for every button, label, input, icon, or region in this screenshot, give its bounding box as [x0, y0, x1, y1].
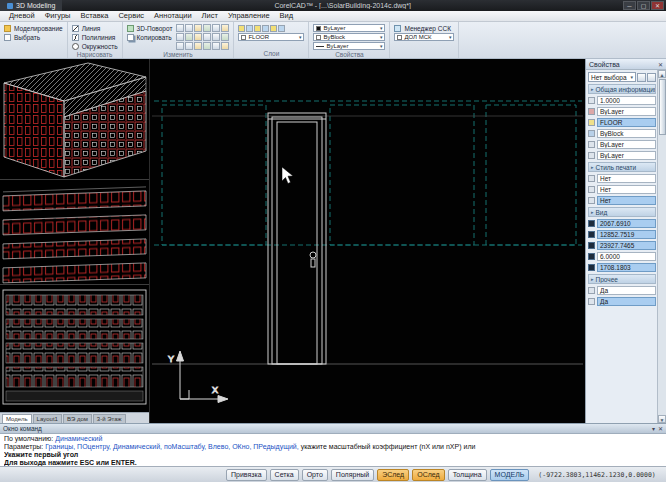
viewport-elevation[interactable] — [0, 285, 149, 412]
layer-state-icon[interactable] — [254, 25, 261, 32]
menu-item-6[interactable]: Управление — [223, 11, 275, 21]
property-value[interactable]: ByLayer — [597, 151, 656, 160]
lineweight-combo[interactable]: ByLayer — [313, 42, 385, 50]
modify-tool-icon[interactable] — [203, 42, 211, 50]
ortho-toggle[interactable]: Орто — [302, 469, 328, 481]
property-value[interactable]: 12852.7519 — [597, 230, 656, 239]
main-canvas[interactable]: Y X — [150, 59, 585, 423]
layer-state-icon[interactable] — [278, 25, 285, 32]
layer-state-icon[interactable] — [262, 25, 269, 32]
maximize-button[interactable]: ▢ — [637, 1, 650, 10]
command-window-header[interactable]: Окно команд ▾ ✕ — [0, 424, 666, 434]
property-row[interactable]: FLOOR — [588, 117, 656, 127]
snap-toggle[interactable]: Привязка — [226, 469, 267, 481]
color-combo[interactable]: ByLayer — [313, 24, 385, 32]
rotate3d-button[interactable]: 3D-Поворот — [127, 24, 173, 32]
property-row[interactable]: Да — [588, 296, 656, 306]
close-button[interactable]: ✕ — [651, 1, 664, 10]
property-value[interactable]: 2067.6910 — [597, 219, 656, 228]
menu-item-2[interactable]: Вставка — [76, 11, 114, 21]
grid-toggle[interactable]: Сетка — [270, 469, 299, 481]
command-options-links[interactable]: Границы, ПОцентру, Динамический, поМасшт… — [45, 443, 298, 450]
menu-item-4[interactable]: Аннотации — [149, 11, 197, 21]
modify-tool-icon[interactable] — [176, 33, 184, 41]
property-row[interactable]: ByBlock — [588, 128, 656, 138]
quick-select-icon[interactable] — [637, 73, 646, 82]
command-history[interactable]: По умолчанию: Динамический Параметры: Гр… — [0, 434, 666, 466]
group-label-properties[interactable]: Свойства — [313, 50, 385, 59]
modify-tool-icon[interactable] — [185, 42, 193, 50]
scroll-thumb[interactable] — [659, 79, 666, 135]
properties-header[interactable]: Свойства ✕ — [586, 59, 666, 70]
tab-ve-dom[interactable]: ВЭ дом — [63, 414, 92, 423]
modify-tool-icon[interactable] — [212, 24, 220, 32]
scroll-up-icon[interactable] — [658, 70, 666, 78]
layer-state-icon[interactable] — [238, 25, 245, 32]
modify-tool-icon[interactable] — [221, 33, 229, 41]
modify-tool-icon[interactable] — [194, 24, 202, 32]
property-row[interactable]: 23927.7465 — [588, 240, 656, 250]
layer-state-icon[interactable] — [270, 25, 277, 32]
property-value[interactable]: 1708.1803 — [597, 263, 656, 272]
polar-toggle[interactable]: Полярный — [331, 469, 374, 481]
workspace-tab[interactable]: 3D Modeling — [0, 0, 62, 11]
section-header-view[interactable]: Вид — [588, 207, 656, 217]
properties-scrollbar[interactable] — [657, 70, 666, 423]
otrack-toggle[interactable]: ОСлед — [412, 469, 444, 481]
group-label-layers[interactable]: Слои — [238, 49, 304, 58]
property-row[interactable]: Нет — [588, 195, 656, 205]
modify-tool-icon[interactable] — [212, 33, 220, 41]
modify-tool-icon[interactable] — [176, 42, 184, 50]
modeling-button[interactable]: Моделирование — [4, 24, 63, 32]
modify-tool-icon[interactable] — [194, 33, 202, 41]
menu-item-0[interactable]: Дневой — [4, 11, 40, 21]
property-value[interactable]: Да — [597, 297, 656, 306]
property-row[interactable]: 2067.6910 — [588, 218, 656, 228]
minimize-button[interactable]: ─ — [623, 1, 636, 10]
property-value[interactable]: Нет — [597, 185, 656, 194]
property-row[interactable]: 1708.1803 — [588, 262, 656, 272]
selection-combo[interactable]: Нет выбора — [588, 72, 636, 82]
property-row[interactable]: ByLayer — [588, 139, 656, 149]
property-row[interactable]: Нет — [588, 184, 656, 194]
section-header-general[interactable]: Общая информация — [588, 84, 656, 94]
property-value[interactable]: Нет — [597, 174, 656, 183]
group-label-draw[interactable]: Нарисовать — [72, 50, 118, 59]
tab-layout1[interactable]: Layout1 — [33, 414, 62, 423]
property-row[interactable]: ByLayer — [588, 106, 656, 116]
etrack-toggle[interactable]: ЭСлед — [377, 469, 409, 481]
tab-model[interactable]: Модель — [2, 414, 32, 423]
scroll-down-icon[interactable] — [658, 415, 666, 423]
command-collapse-icon[interactable]: ▾ — [652, 425, 655, 432]
modify-tool-icon[interactable] — [212, 42, 220, 50]
group-label-modify[interactable]: Изменить — [127, 50, 230, 59]
menu-item-5[interactable]: Лист — [197, 11, 223, 21]
property-value[interactable]: Да — [597, 286, 656, 295]
property-value[interactable]: ByBlock — [597, 129, 656, 138]
property-value[interactable]: ByLayer — [597, 107, 656, 116]
ucs-combo[interactable]: ДОЛ МСК — [394, 33, 454, 41]
menu-item-3[interactable]: Сервис — [113, 11, 149, 21]
tab-3rd-floor[interactable]: 3-й Этаж — [93, 414, 126, 423]
modify-tool-icon[interactable] — [203, 24, 211, 32]
circle-button[interactable]: Окружность — [72, 42, 118, 50]
viewport-axonometric[interactable] — [0, 59, 149, 180]
copy-button[interactable]: Копировать — [127, 33, 173, 41]
linetype-combo[interactable]: ByBlock — [313, 33, 385, 41]
property-row[interactable]: Да — [588, 285, 656, 295]
viewport-perspective[interactable] — [0, 180, 149, 285]
property-value[interactable]: 1.0000 — [597, 96, 656, 105]
palette-close-icon[interactable]: ✕ — [658, 61, 663, 68]
section-header-printstyle[interactable]: Стиль печати — [588, 162, 656, 172]
polyline-button[interactable]: Полилиния — [72, 33, 118, 41]
property-row[interactable]: ByLayer — [588, 150, 656, 160]
model-toggle[interactable]: МОДЕЛЬ — [490, 469, 530, 481]
modify-tool-icon[interactable] — [185, 24, 193, 32]
menu-item-1[interactable]: Фигуры — [40, 11, 76, 21]
modify-tool-icon[interactable] — [221, 24, 229, 32]
property-value[interactable]: FLOOR — [597, 118, 656, 127]
modify-tool-icon[interactable] — [176, 24, 184, 32]
select-entities-icon[interactable] — [647, 73, 656, 82]
property-value[interactable]: 6.0000 — [597, 252, 656, 261]
property-row[interactable]: 12852.7519 — [588, 229, 656, 239]
